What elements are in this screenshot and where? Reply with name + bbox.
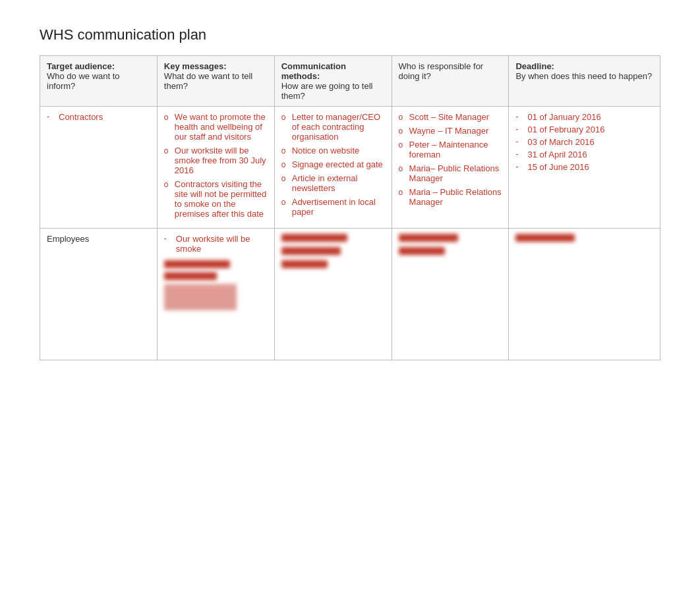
dash-icon: - (164, 234, 176, 243)
deadline-4: 31 of April 2016 (527, 150, 587, 159)
responsible-5: Maria – Public Relations Manager (409, 187, 502, 207)
responsible-cell-contractors: o Scott – Site Manager o Wayne – IT Mana… (392, 107, 509, 229)
employees-deadline-blurred-1 (515, 234, 575, 242)
comm-methods-cell-contractors: o Letter to manager/CEO of each contract… (274, 107, 392, 229)
table-header-row: Target audience: Who do we want to infor… (40, 56, 660, 107)
bullet-icon: o (281, 146, 292, 155)
employees-key-blurred-3 (164, 284, 237, 310)
responsible-4: Maria– Public Relations Manager (409, 163, 502, 183)
employees-resp-blurred-2 (399, 247, 445, 255)
employees-key-blurred-2 (164, 272, 217, 280)
header-deadline-label: Deadline: (515, 61, 653, 71)
bullet-icon: o (164, 146, 175, 155)
bullet-icon: o (281, 173, 292, 183)
comm-method-1: Letter to manager/CEO of each contractin… (292, 112, 385, 142)
header-key: Key messages: What do we want to tell th… (157, 56, 274, 107)
deadline-cell-employees (509, 229, 660, 360)
bullet-icon: o (281, 197, 292, 207)
header-comm: Communication methods: How are we going … (274, 56, 392, 107)
audience-cell-employees: Employees (40, 229, 158, 360)
page-title: WHS communication plan (40, 26, 660, 43)
employees-key-blurred-1 (164, 260, 230, 268)
key-messages-cell-employees: - Our worksite will be smoke (157, 229, 274, 360)
responsible-1: Scott – Site Manager (409, 112, 489, 122)
dash-icon: - (515, 112, 527, 121)
header-audience: Target audience: Who do we want to infor… (40, 56, 158, 107)
employees-comm-blurred-3 (281, 260, 328, 268)
communication-plan-table: Target audience: Who do we want to infor… (40, 55, 660, 360)
key-message-3: Contractors visiting the site will not b… (175, 179, 268, 219)
employees-key-1: Our worksite will be smoke (176, 234, 268, 254)
deadline-1: 01 of January 2016 (527, 112, 600, 122)
deadline-5: 15 of June 2016 (527, 162, 589, 172)
key-messages-cell-contractors: o We want to promote the health and well… (157, 107, 274, 229)
bullet-icon: o (164, 179, 175, 189)
dash-icon: - (515, 125, 527, 134)
audience-employees: Employees (47, 234, 89, 244)
bullet-icon: o (399, 140, 409, 150)
employees-resp-blurred-1 (399, 234, 458, 242)
bullet-icon: o (399, 126, 409, 136)
bullet-icon: o (281, 159, 292, 169)
table-row-employees: Employees - Our worksite will be smoke (40, 229, 660, 360)
dash-icon: - (515, 137, 527, 146)
header-comm-sub: How are we going to tell them? (281, 81, 373, 101)
table-row-contractors: - Contractors o We want to promote the h… (40, 107, 660, 229)
bullet-icon: o (281, 112, 292, 122)
header-who-label: Who is responsible for doing it? (399, 61, 484, 81)
comm-methods-cell-employees (274, 229, 392, 360)
audience-contractors: Contractors (59, 112, 103, 122)
responsible-cell-employees (392, 229, 509, 360)
audience-cell-contractors: - Contractors (40, 107, 158, 229)
dash-icon: - (47, 112, 59, 121)
header-audience-label: Target audience: (47, 61, 150, 71)
responsible-3: Peter – Maintenance foreman (409, 140, 502, 159)
bullet-icon: o (399, 163, 409, 173)
comm-method-4: Article in external newsletters (292, 173, 385, 193)
comm-method-5: Advertisement in local paper (292, 197, 385, 217)
header-key-sub: What do we want to tell them? (164, 71, 252, 91)
key-message-1: We want to promote the health and wellbe… (175, 112, 268, 142)
comm-method-3: Signage erected at gate (292, 159, 383, 169)
employees-comm-blurred-1 (281, 234, 347, 242)
header-key-label: Key messages: (164, 61, 268, 71)
deadline-cell-contractors: - 01 of January 2016 - 01 of February 20… (509, 107, 660, 229)
header-who: Who is responsible for doing it? (392, 56, 509, 107)
dash-icon: - (515, 150, 527, 159)
deadline-3: 03 of March 2016 (527, 137, 594, 147)
employees-comm-blurred-2 (281, 247, 341, 255)
bullet-icon: o (164, 112, 175, 122)
header-comm-label: Communication methods: (281, 61, 385, 81)
key-message-2: Our worksite will be smoke free from 30 … (175, 146, 268, 175)
bullet-icon: o (399, 187, 409, 197)
deadline-2: 01 of February 2016 (527, 125, 604, 134)
header-deadline-sub: By when does this need to happen? (515, 71, 652, 81)
comm-method-2: Notice on website (292, 146, 360, 155)
header-audience-sub: Who do we want to inform? (47, 71, 120, 91)
dash-icon: - (515, 162, 527, 171)
responsible-2: Wayne – IT Manager (409, 126, 489, 136)
header-deadline: Deadline: By when does this need to happ… (509, 56, 660, 107)
bullet-icon: o (399, 112, 409, 122)
